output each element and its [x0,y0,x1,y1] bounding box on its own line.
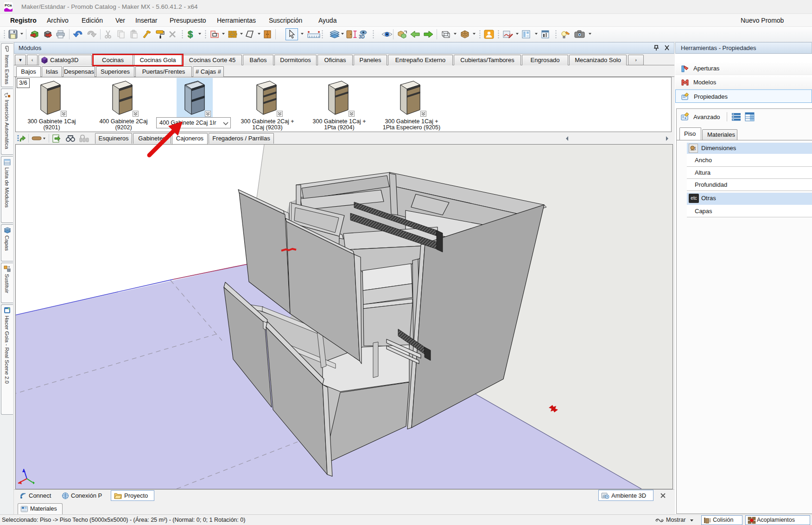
svg-text:$: $ [188,30,193,39]
svg-text:PCa: PCa [5,3,12,7]
svg-text:3D: 3D [359,34,365,39]
svg-text:I: I [694,146,696,151]
